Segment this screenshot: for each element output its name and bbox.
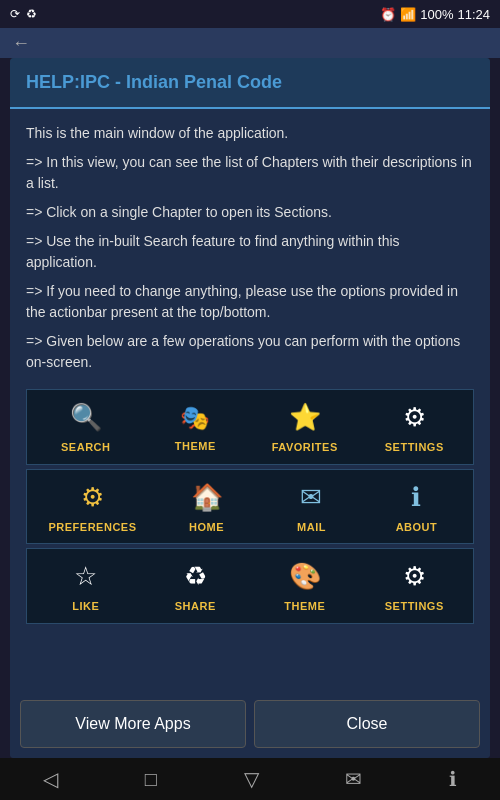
status-left: ⟳ ♻ — [10, 7, 37, 21]
mail-label: MAIL — [297, 519, 326, 536]
favorites-icon-button[interactable]: ⭐ FAVORITES — [265, 398, 345, 456]
mail-icon-button[interactable]: ✉ MAIL — [276, 478, 346, 536]
status-right: ⏰ 📶 100% 11:24 — [380, 7, 490, 22]
icon-row-2: ⚙ PREFERENCES 🏠 HOME ✉ MAIL ℹ ABOUT — [26, 469, 474, 545]
icons-section: 🔍 SEARCH 🎭 THEME ⭐ FAVORITES ⚙ SETTINGS — [26, 381, 474, 636]
icon-row-1: 🔍 SEARCH 🎭 THEME ⭐ FAVORITES ⚙ SETTINGS — [26, 389, 474, 465]
back-icon[interactable]: ← — [12, 33, 30, 54]
view-more-apps-button[interactable]: View More Apps — [20, 700, 246, 748]
dialog-point-2: => Click on a single Chapter to open its… — [26, 202, 474, 223]
settings-label-1: SETTINGS — [385, 439, 444, 456]
bottom-buttons: View More Apps Close — [10, 690, 490, 758]
dialog-point-4: => If you need to change anything, pleas… — [26, 281, 474, 323]
mail-icon: ✉ — [300, 478, 322, 517]
preferences-icon-button[interactable]: ⚙ PREFERENCES — [48, 478, 136, 536]
preferences-label: PREFERENCES — [48, 519, 136, 536]
search-label: SEARCH — [61, 439, 110, 456]
dialog-body: This is the main window of the applicati… — [10, 109, 490, 690]
home-label: HOME — [189, 519, 224, 536]
nav-bar: ◁ □ ▽ ✉ ℹ — [0, 758, 500, 800]
preferences-icon: ⚙ — [81, 478, 104, 517]
search-icon-button[interactable]: 🔍 SEARCH — [46, 398, 126, 456]
dialog-point-1: => In this view, you can see the list of… — [26, 152, 474, 194]
like-icon-button[interactable]: ☆ LIKE — [46, 557, 126, 615]
dialog-point-3: => Use the in-built Search feature to fi… — [26, 231, 474, 273]
favorites-icon: ⭐ — [289, 398, 321, 437]
home-icon: 🏠 — [191, 478, 223, 517]
home-icon-button[interactable]: 🏠 HOME — [172, 478, 242, 536]
battery-text: 100% — [420, 7, 453, 22]
like-icon: ☆ — [74, 557, 97, 596]
search-icon: 🔍 — [70, 398, 102, 437]
theme-label: THEME — [175, 438, 216, 455]
favorites-label: FAVORITES — [272, 439, 338, 456]
nav-home-icon[interactable]: □ — [145, 768, 157, 791]
dialog-point-5: => Given below are a few operations you … — [26, 331, 474, 373]
nav-back-icon[interactable]: ◁ — [43, 767, 58, 791]
theme-icon-button[interactable]: 🎭 THEME — [155, 400, 235, 455]
share-icon: ♻ — [184, 557, 207, 596]
settings-icon-button-1[interactable]: ⚙ SETTINGS — [374, 398, 454, 456]
share-icon-button[interactable]: ♻ SHARE — [155, 557, 235, 615]
about-label: ABOUT — [396, 519, 438, 536]
nav-menu-icon[interactable]: ✉ — [345, 767, 362, 791]
settings-icon-2: ⚙ — [403, 557, 426, 596]
status-bar: ⟳ ♻ ⏰ 📶 100% 11:24 — [0, 0, 500, 28]
settings-label-2: SETTINGS — [385, 598, 444, 615]
dialog-container: HELP:IPC - Indian Penal Code This is the… — [10, 58, 490, 758]
theme2-icon: 🎨 — [289, 557, 321, 596]
about-icon-button[interactable]: ℹ ABOUT — [381, 478, 451, 536]
nav-options-icon[interactable]: ℹ — [449, 767, 457, 791]
about-icon: ℹ — [411, 478, 421, 517]
dialog-title: HELP:IPC - Indian Penal Code — [26, 72, 282, 92]
icon-row-3: ☆ LIKE ♻ SHARE 🎨 THEME ⚙ SETTINGS — [26, 548, 474, 624]
theme2-icon-button[interactable]: 🎨 THEME — [265, 557, 345, 615]
share-label: SHARE — [175, 598, 216, 615]
dialog-description: This is the main window of the applicati… — [26, 123, 474, 144]
theme2-label: THEME — [284, 598, 325, 615]
android-icon: ⟳ — [10, 7, 20, 21]
signal-icon: ♻ — [26, 7, 37, 21]
like-label: LIKE — [72, 598, 99, 615]
wifi-icon: 📶 — [400, 7, 416, 22]
close-button[interactable]: Close — [254, 700, 480, 748]
alarm-icon: ⏰ — [380, 7, 396, 22]
dialog-title-bar: HELP:IPC - Indian Penal Code — [10, 58, 490, 109]
nav-recent-icon[interactable]: ▽ — [244, 767, 259, 791]
settings-icon-button-2[interactable]: ⚙ SETTINGS — [374, 557, 454, 615]
back-arrow-bar: ← — [0, 28, 500, 58]
theme-icon: 🎭 — [180, 400, 210, 436]
time-display: 11:24 — [457, 7, 490, 22]
settings-icon-1: ⚙ — [403, 398, 426, 437]
